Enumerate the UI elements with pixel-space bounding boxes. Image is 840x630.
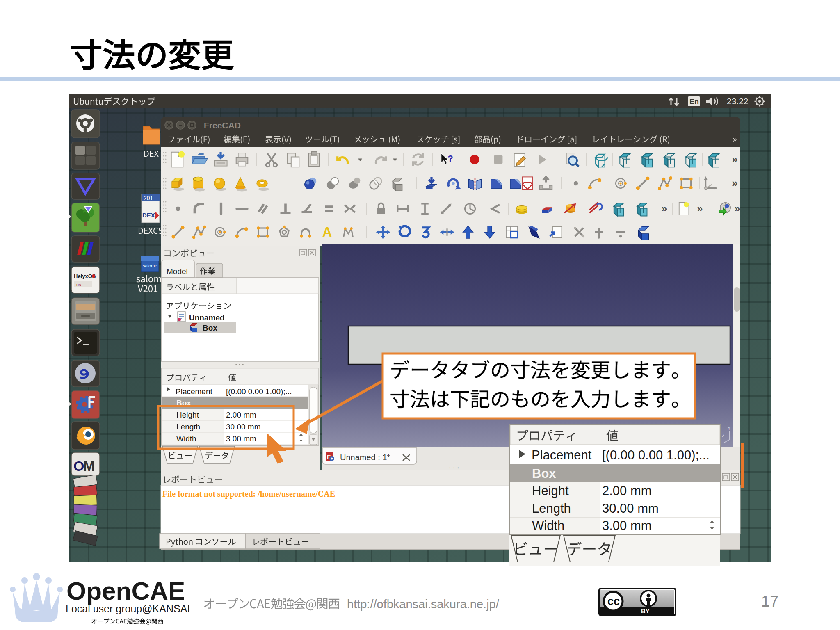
svg-text:Length: Length (532, 501, 571, 516)
svg-text:OpenCAE: OpenCAE (66, 577, 185, 605)
svg-text:Placement: Placement (532, 448, 592, 462)
svg-text:»: » (735, 203, 740, 214)
svg-text:Model: Model (167, 267, 188, 276)
svg-text:os: os (76, 282, 81, 287)
svg-text:Y: Y (728, 426, 731, 431)
svg-text:3.00 mm: 3.00 mm (226, 434, 256, 443)
svg-text:A: A (322, 225, 332, 240)
svg-text:[(0.00 0.00 1.00);...: [(0.00 0.00 1.00);... (602, 448, 710, 462)
svg-text:Z: Z (722, 434, 724, 438)
svg-text:Height: Height (532, 484, 569, 498)
svg-text:2.00 mm: 2.00 mm (602, 484, 652, 498)
svg-text:23:22: 23:22 (727, 96, 749, 106)
svg-text:30.00 mm: 30.00 mm (226, 422, 260, 431)
svg-text:201: 201 (144, 195, 153, 201)
svg-text:O: O (73, 458, 84, 474)
svg-text:»: » (697, 203, 703, 214)
svg-text:Unnamed : 1*: Unnamed : 1* (340, 453, 390, 462)
svg-text:»: » (662, 203, 667, 214)
svg-text:?: ? (447, 153, 453, 164)
svg-text:Length: Length (176, 422, 200, 431)
svg-text:»: » (732, 153, 737, 165)
svg-text:Box: Box (532, 466, 556, 481)
svg-text:FreeCAD: FreeCAD (204, 121, 241, 130)
svg-text:File format not supported: /ho: File format not supported: /home/usernam… (162, 489, 335, 499)
svg-text:Unnamed: Unnamed (189, 313, 225, 322)
svg-text:M: M (83, 458, 95, 474)
svg-text:BY: BY (641, 607, 650, 614)
svg-text:3.00 mm: 3.00 mm (602, 518, 652, 533)
svg-text:DEX: DEX (142, 212, 155, 219)
svg-text:Height: Height (176, 411, 199, 419)
svg-text:»: » (732, 177, 737, 189)
svg-text:Width: Width (176, 434, 196, 443)
svg-text:En: En (689, 98, 699, 106)
svg-text:Placement: Placement (176, 387, 212, 396)
svg-text:30.00 mm: 30.00 mm (602, 501, 659, 516)
svg-text:cc: cc (607, 595, 620, 607)
svg-text:Width: Width (532, 518, 564, 533)
svg-text:Local user group@KANSAI: Local user group@KANSAI (66, 603, 190, 614)
svg-text:2.00 mm: 2.00 mm (226, 411, 256, 419)
svg-text:⋮⋮⋮: ⋮⋮⋮ (448, 465, 460, 470)
svg-text:[(0.00 0.00 1.00);...: [(0.00 0.00 1.00);... (226, 387, 292, 396)
svg-text:Box: Box (203, 324, 217, 332)
svg-text:salome: salome (143, 263, 157, 268)
svg-text:http://ofbkansai.sakura.ne.jp/: http://ofbkansai.sakura.ne.jp/ (347, 598, 500, 611)
svg-text:17: 17 (761, 593, 778, 610)
